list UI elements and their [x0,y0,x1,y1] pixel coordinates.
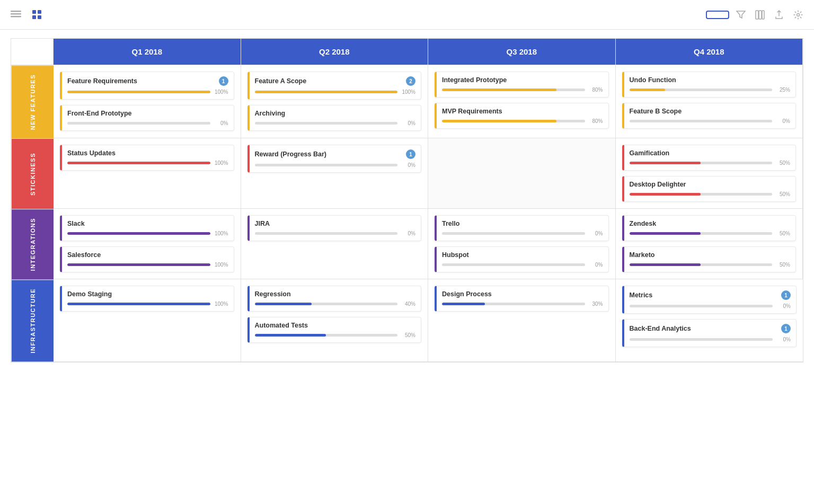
task-card[interactable]: Feature B Scope0% [622,103,797,129]
card-badge: 1 [219,76,228,86]
task-card[interactable]: Feature A Scope2100% [247,72,422,100]
progress-row: 50% [255,332,416,338]
card-title: Feature Requirements [67,77,137,85]
main-content: Q1 2018Q2 2018Q3 2018Q4 2018NEW FEATURES… [0,30,814,371]
task-card[interactable]: Design Process30% [435,286,609,312]
card-header: Metrics1 [630,290,791,300]
task-card[interactable]: Front-End Prototype0% [60,105,234,131]
task-card[interactable]: Regression40% [247,286,422,312]
progress-bar-fill [630,89,665,91]
progress-row: 50% [630,160,791,166]
task-card[interactable]: Demo Staging100% [60,286,234,312]
task-card[interactable]: Archiving0% [247,105,422,131]
progress-pct: 50% [775,262,790,268]
svg-rect-7 [756,11,758,19]
task-card[interactable]: Metrics10% [622,286,797,314]
card-badge: 1 [781,324,791,333]
task-card[interactable]: Automated Tests50% [247,317,422,343]
toolbar [0,0,814,30]
progress-row: 100% [67,301,228,307]
task-card[interactable]: Marketo50% [622,246,797,272]
card-title: Integrated Prototype [442,76,507,84]
progress-bar-fill [67,263,210,266]
filter-icon[interactable] [733,7,748,22]
progress-bar-fill [255,91,398,93]
cell-r0-c1: Feature A Scope2100%Archiving0% [241,65,429,138]
card-header: Undo Function [630,76,791,84]
svg-rect-8 [759,11,762,19]
svg-rect-0 [11,11,21,12]
task-card[interactable]: Zendesk50% [622,215,797,241]
progress-bar-fill [630,232,701,235]
progress-bar-bg [255,91,398,93]
cell-r0-c3: Undo Function25%Feature B Scope0% [616,65,803,138]
progress-bar-bg [630,305,773,307]
card-header: Desktop Delighter [630,181,791,188]
task-card[interactable]: Desktop Delighter50% [622,176,797,202]
progress-row: 100% [255,89,416,95]
cell-r1-c0: Status Updates100% [54,138,241,209]
progress-row: 50% [630,231,791,236]
task-card[interactable]: Gamification50% [622,145,797,171]
card-title: Regression [255,290,291,298]
progress-bar-fill [630,263,701,266]
progress-pct: 0% [588,231,603,236]
task-card[interactable]: Reward (Progress Bar)10% [247,145,422,173]
svg-point-10 [797,13,800,16]
task-card[interactable]: Salesforce100% [60,246,234,272]
card-header: Feature B Scope [630,108,791,115]
progress-row: 25% [630,87,791,93]
settings-icon[interactable] [791,7,806,22]
progress-bar-bg [630,193,773,196]
progress-bar-fill [67,91,210,93]
task-card[interactable]: Slack100% [60,215,234,241]
card-title: Demo Staging [67,290,112,298]
card-title: Automated Tests [255,322,308,329]
progress-bar-bg [630,263,773,266]
progress-pct: 50% [775,191,790,197]
card-title: Front-End Prototype [67,110,132,117]
progress-bar-fill [67,303,210,305]
progress-pct: 100% [214,301,228,307]
task-card[interactable]: Back-End Analytics10% [622,319,797,347]
task-card[interactable]: Status Updates100% [60,145,234,171]
card-title: Feature A Scope [255,77,307,85]
card-title: Salesforce [67,251,101,259]
card-header: Status Updates [67,149,228,157]
card-badge: 1 [781,290,791,300]
progress-row: 30% [442,301,603,307]
progress-pct: 100% [214,231,228,236]
card-header: Hubspot [442,251,603,259]
card-header: Zendesk [630,220,791,227]
card-title: Back-End Analytics [630,325,691,332]
cell-r2-c0: Slack100%Salesforce100% [54,209,241,279]
card-header: Feature Requirements1 [67,76,228,86]
grid-view-icon[interactable] [30,7,45,22]
progress-row: 0% [442,262,603,268]
progress-bar-bg [442,232,585,235]
progress-row: 100% [67,89,228,95]
task-card[interactable]: Feature Requirements1100% [60,72,234,100]
task-card[interactable]: MVP Requirements80% [435,103,609,129]
card-title: Reward (Progress Bar) [255,151,326,158]
task-card[interactable]: Undo Function25% [622,72,797,98]
svg-rect-9 [762,11,764,19]
add-button[interactable] [706,11,729,19]
task-card[interactable]: Trello0% [435,215,609,241]
card-title: Undo Function [630,76,676,84]
task-card[interactable]: Integrated Prototype80% [435,72,609,98]
card-header: Trello [442,220,603,227]
list-view-icon[interactable] [8,7,23,22]
svg-rect-2 [11,16,21,17]
card-header: Front-End Prototype [67,110,228,117]
card-header: JIRA [255,220,416,227]
card-header: Demo Staging [67,290,228,298]
columns-icon[interactable] [753,7,767,22]
task-card[interactable]: JIRA0% [247,215,422,241]
cell-r3-c2: Design Process30% [428,279,616,361]
task-card[interactable]: Hubspot0% [435,246,609,272]
header-spacer [11,39,54,65]
progress-row: 80% [442,87,603,93]
export-icon[interactable] [772,7,786,22]
progress-pct: 100% [214,89,228,95]
